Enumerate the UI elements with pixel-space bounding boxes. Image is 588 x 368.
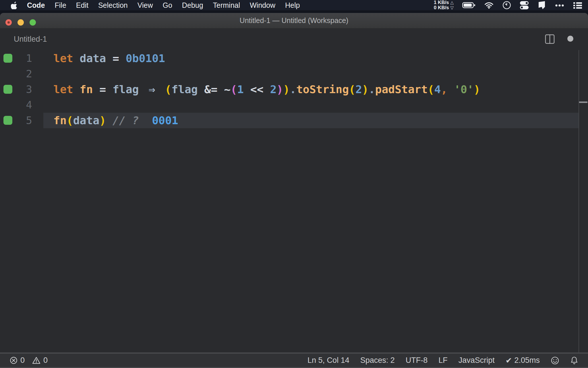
menu-item-selection[interactable]: Selection [93,1,133,9]
menu-item-debug[interactable]: Debug [177,1,208,9]
indentation-setting[interactable]: Spaces: 2 [360,356,395,365]
quokka-perf[interactable]: ✔ 2.05ms [506,356,540,365]
down-triangle-icon: ▽ [450,5,454,10]
code-lines: 1let data = 0b010123let fn = flag ⇒ (fla… [0,50,588,128]
macos-menu-bar: Code File Edit Selection View Go Debug T… [0,0,588,10]
split-editor-icon[interactable] [545,34,555,44]
tab-untitled-1[interactable]: Untitled-1 [14,28,47,50]
perf-time: 2.05ms [514,356,540,365]
window-title-bar: Untitled-1 — Untitled (Workspace) [0,13,588,28]
overview-cursor-mark [579,101,587,103]
notifications-bell-icon[interactable] [570,356,578,365]
tab-bar: Untitled-1 [0,28,588,50]
menu-item-go[interactable]: Go [158,1,177,9]
code-line-4[interactable]: 4 [0,97,588,113]
warning-icon [32,356,40,364]
menu-item-view[interactable]: View [133,1,158,9]
menu-item-help[interactable]: Help [280,1,305,9]
menu-item-terminal[interactable]: Terminal [208,1,245,9]
line-number: 4 [0,97,32,113]
code-text[interactable]: let fn = flag ⇒ (flag &= ~(1 << 2)).toSt… [53,82,480,97]
code-text[interactable]: fn(data) // ? 0001 [53,113,178,128]
wifi-icon[interactable] [484,1,494,9]
encoding-setting[interactable]: UTF-8 [406,356,428,365]
menu-item-code[interactable]: Code [22,1,50,9]
apple-icon [11,1,18,9]
code-line-2[interactable]: 2 [0,66,588,82]
overview-ruler[interactable] [579,50,579,352]
network-speed-indicator[interactable]: 1 KB/s △ 0 KB/s ▽ [434,0,454,10]
problems-indicator[interactable]: 0 0 [10,356,48,365]
zoom-button[interactable] [30,19,36,26]
unsaved-dot [7,21,10,24]
toggles-icon[interactable] [520,0,529,10]
line-number: 1 [0,51,32,66]
code-text[interactable]: let data = 0b0101 [53,51,165,66]
code-editor[interactable]: 1let data = 0b010123let fn = flag ⇒ (fla… [0,50,588,352]
code-line-3[interactable]: 3let fn = flag ⇒ (flag &= ~(1 << 2)).toS… [0,82,588,97]
warning-count: 0 [43,356,48,365]
language-mode[interactable]: JavaScript [459,356,495,365]
cursor-position[interactable]: Ln 5, Col 14 [307,356,349,365]
code-line-5[interactable]: 5fn(data) // ? 0001 [0,113,588,128]
menu-item-window[interactable]: Window [245,1,280,9]
error-icon [10,356,18,364]
code-line-1[interactable]: 1let data = 0b0101 [0,51,588,66]
battery-icon[interactable] [462,2,475,9]
feedback-smiley-icon[interactable] [551,356,559,365]
clock-icon[interactable] [502,1,511,9]
window-title: Untitled-1 — Untitled (Workspace) [0,13,588,28]
box-icon[interactable] [537,1,546,10]
up-triangle-icon: △ [450,0,454,5]
line-number: 3 [0,82,32,97]
status-bar: 0 0 Ln 5, Col 14 Spaces: 2 UTF-8 LF Java… [0,352,588,368]
minimize-button[interactable] [18,19,24,26]
check-icon: ✔ [506,356,512,365]
ellipsis-icon[interactable] [555,1,564,10]
menu-item-edit[interactable]: Edit [71,1,93,9]
dirty-indicator-dot[interactable] [567,36,573,42]
line-number: 2 [0,66,32,82]
line-number: 5 [0,113,32,128]
eol-setting[interactable]: LF [438,356,448,365]
menu-item-file[interactable]: File [50,1,71,9]
list-menu-icon[interactable] [573,1,582,10]
apple-menu[interactable] [11,1,18,9]
error-count: 0 [20,356,25,365]
close-button[interactable] [5,19,12,26]
